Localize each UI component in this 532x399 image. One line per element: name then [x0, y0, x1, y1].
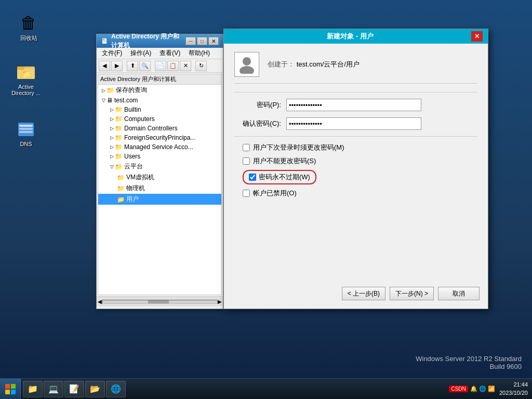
tree-item-domain-controllers[interactable]: ▷ 📁 Domain Controllers: [98, 124, 221, 133]
refresh-button[interactable]: ↻: [195, 61, 207, 71]
ad-window: 🖥 Active Directory 用户和计算机 ─ □ ✕ 文件(F) 操作…: [96, 34, 223, 309]
system-tray: CSDN 🔔 🌐 📶: [449, 385, 495, 392]
notes-icon: 📝: [69, 384, 79, 394]
menu-action[interactable]: 操作(A): [127, 48, 154, 59]
taskbar-item-folder[interactable]: 📂: [85, 381, 105, 397]
separator2: [234, 136, 477, 137]
svg-text:📁: 📁: [22, 70, 31, 78]
svg-point-9: [240, 66, 254, 74]
menu-help[interactable]: 帮助(H): [185, 48, 213, 59]
delete-button[interactable]: ✕: [180, 61, 191, 71]
password-row: 密码(P):: [234, 99, 477, 111]
separator: [234, 92, 477, 92]
tree-item-user-selected[interactable]: 📁 用户: [98, 194, 221, 205]
taskbar-item-notes[interactable]: 📝: [64, 381, 84, 397]
cannot-change-checkbox[interactable]: [243, 157, 250, 165]
menu-file[interactable]: 文件(F): [99, 48, 125, 59]
confirm-password-input[interactable]: [286, 117, 421, 130]
tree-item-builtin[interactable]: ▷ 📁 Builtin: [98, 105, 221, 114]
never-expires-checkbox[interactable]: [249, 174, 256, 181]
network-icon: 🌐: [111, 384, 121, 394]
scroll-thumb[interactable]: [148, 300, 169, 303]
dialog-titlebar: 新建对象 - 用户 ✕: [224, 29, 488, 44]
tree-header: Active Directory 用户和计算机: [98, 74, 221, 85]
restore-button[interactable]: □: [197, 37, 207, 45]
disabled-row: 帐户已禁用(O): [234, 189, 477, 198]
user-avatar: [234, 52, 259, 77]
forward-button[interactable]: ▶: [111, 61, 123, 71]
tree-item-users[interactable]: ▷ 📁 Users: [98, 152, 221, 161]
cannot-change-row: 用户不能更改密码(S): [234, 156, 477, 166]
taskbar-right: CSDN 🔔 🌐 📶 21:44 2023/10/20: [445, 381, 532, 397]
tree-item-vm[interactable]: 📁 VM虚拟机: [98, 172, 221, 183]
back-button[interactable]: < 上一步(B): [342, 287, 385, 300]
tree-item-saved-queries[interactable]: ▷ 📁 保存的查询: [98, 85, 221, 96]
must-change-row: 用户下次登录时须更改密码(M): [234, 143, 477, 152]
ad-toolbar: ◀ ▶ ⬆ 🔍 📄 📋 ✕ ↻: [97, 59, 223, 73]
svg-rect-5: [19, 125, 33, 127]
svg-rect-7: [19, 131, 33, 133]
tray-icons: 🔔 🌐 📶: [470, 385, 495, 392]
password-label: 密码(P):: [234, 100, 281, 110]
must-change-label: 用户下次登录时须更改密码(M): [253, 143, 344, 152]
ad-menubar: 文件(F) 操作(A) 查看(V) 帮助(H): [97, 48, 223, 59]
props-button[interactable]: 📋: [167, 61, 179, 71]
explorer-icon: 📁: [28, 384, 38, 394]
confirm-password-label: 确认密码(C):: [234, 119, 281, 128]
browse-button[interactable]: 🔍: [139, 61, 151, 71]
close-button[interactable]: ✕: [208, 37, 219, 45]
svg-rect-6: [19, 128, 33, 130]
svg-rect-11: [11, 384, 16, 389]
tree-item-yunpingai[interactable]: ▽ 📁 云平台: [98, 161, 221, 172]
dialog-header-info: 创建于： test.com/云平台/用户: [234, 52, 477, 84]
menu-view[interactable]: 查看(V): [156, 48, 183, 59]
account-disabled-label: 帐户已禁用(O): [253, 189, 297, 198]
terminal-icon: 💻: [48, 384, 59, 394]
never-expires-row: 密码永不过期(W): [234, 170, 477, 184]
next-button[interactable]: 下一步(N) >: [390, 287, 434, 300]
dialog-close-button[interactable]: ✕: [471, 31, 483, 42]
tree-item-foreignsecurity[interactable]: ▷ 📁 ForeignSecurityPrincipa...: [98, 133, 221, 142]
clock[interactable]: 21:44 2023/10/20: [499, 381, 528, 397]
csdn-label: CSDN: [449, 385, 468, 392]
dialog-body: 创建于： test.com/云平台/用户 密码(P): 确认密码(C): 用户下…: [224, 44, 488, 210]
tree-item-testcom[interactable]: ▽ 🖥 test.com: [98, 96, 221, 105]
tree-item-managed-service[interactable]: ▷ 📁 Managed Service Acco...: [98, 142, 221, 152]
back-button[interactable]: ◀: [99, 61, 110, 71]
account-disabled-checkbox[interactable]: [243, 190, 250, 197]
svg-point-8: [243, 57, 251, 65]
new-button[interactable]: 📄: [155, 61, 166, 71]
never-expires-label: 密码永不过期(W): [259, 172, 310, 182]
password-input[interactable]: [286, 99, 421, 111]
start-button[interactable]: [0, 379, 21, 400]
taskbar: 📁 💻 📝 📂 🌐 CSDN 🔔 🌐 📶 21:44 2023/1: [0, 378, 532, 399]
active-directory-icon[interactable]: 📁 Active Directory ...: [8, 60, 44, 98]
svg-rect-10: [5, 384, 10, 389]
scroll-track[interactable]: [102, 300, 218, 304]
ad-tree: Active Directory 用户和计算机 ▷ 📁 保存的查询 ▽ 🖥 te…: [98, 74, 222, 295]
dns-icon[interactable]: DNS: [8, 117, 44, 149]
confirm-password-row: 确认密码(C):: [234, 117, 477, 130]
cancel-button[interactable]: 取消: [438, 287, 480, 300]
cannot-change-label: 用户不能更改密码(S): [253, 156, 316, 166]
desktop: 🗑 回收站 📁 Active Directory ... DNS: [0, 0, 532, 399]
minimize-button[interactable]: ─: [185, 37, 196, 45]
recycle-bin-icon[interactable]: 🗑 回收站: [10, 10, 47, 44]
ad-titlebar-buttons: ─ □ ✕: [185, 37, 219, 45]
must-change-checkbox[interactable]: [243, 144, 250, 151]
svg-rect-13: [11, 390, 16, 394]
server-watermark: Windows Server 2012 R2 Standard Build 96…: [416, 355, 522, 370]
ad-titlebar: 🖥 Active Directory 用户和计算机 ─ □ ✕: [97, 34, 223, 48]
taskbar-items: 📁 💻 📝 📂 🌐: [21, 381, 445, 397]
svg-rect-12: [5, 390, 10, 394]
taskbar-item-terminal[interactable]: 💻: [44, 381, 63, 397]
tree-item-computers[interactable]: ▷ 📁 Computers: [98, 114, 221, 124]
ad-scrollbar[interactable]: ◀ ▶: [97, 296, 223, 307]
tree-item-physical[interactable]: 📁 物理机: [98, 183, 221, 194]
dialog-footer: < 上一步(B) 下一步(N) > 取消: [342, 287, 480, 300]
taskbar-item-explorer[interactable]: 📁: [23, 381, 43, 397]
new-user-dialog: 新建对象 - 用户 ✕ 创建于： test.com/云平台/用户 密码(P):: [223, 29, 488, 309]
folder-icon2: 📂: [90, 384, 100, 394]
taskbar-item-network[interactable]: 🌐: [106, 381, 126, 397]
up-button[interactable]: ⬆: [127, 61, 138, 71]
